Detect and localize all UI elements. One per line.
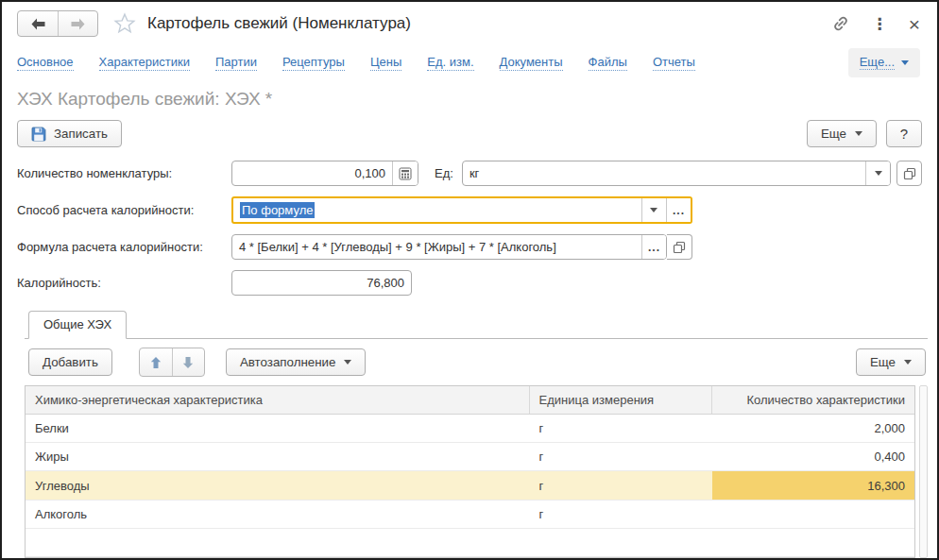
nav-link-characteristics[interactable]: Характеристики bbox=[99, 55, 190, 71]
chevron-down-icon bbox=[901, 60, 909, 65]
unit-dropdown-button[interactable] bbox=[865, 161, 890, 185]
favorite-star-icon[interactable] bbox=[113, 12, 136, 35]
selected-text: По формуле bbox=[240, 202, 315, 218]
table-more-button[interactable]: Еще bbox=[856, 348, 926, 376]
col-header-unit[interactable]: Единица измерения bbox=[530, 386, 713, 414]
table-row[interactable]: Белки г 2,000 bbox=[26, 415, 914, 443]
move-up-button[interactable] bbox=[140, 348, 172, 376]
formula-label: Формула расчета калорийности: bbox=[17, 240, 231, 254]
autofill-button[interactable]: Автозаполнение bbox=[226, 348, 367, 376]
col-header-quantity[interactable]: Количество характеристики bbox=[712, 386, 914, 414]
unit-label: Ед: bbox=[435, 166, 453, 180]
calculator-icon bbox=[399, 167, 412, 180]
add-row-button[interactable]: Добавить bbox=[28, 348, 112, 376]
unit-open-button[interactable] bbox=[896, 161, 922, 186]
history-nav bbox=[17, 10, 98, 37]
table-row-selected[interactable]: Углеводы г 16,300 bbox=[26, 471, 914, 500]
nav-link-recipes[interactable]: Рецептуры bbox=[282, 55, 345, 71]
unit-input[interactable]: кг bbox=[463, 161, 865, 185]
calories-row: Калорийность: 76,800 bbox=[17, 270, 922, 296]
chevron-down-icon bbox=[875, 171, 882, 176]
save-floppy-icon bbox=[31, 127, 46, 142]
move-down-button[interactable] bbox=[172, 348, 204, 376]
method-dropdown-button[interactable] bbox=[641, 198, 666, 222]
chevron-down-icon bbox=[855, 131, 862, 136]
cell-unit[interactable]: г bbox=[530, 501, 713, 528]
formula-choose-button[interactable]: ... bbox=[641, 235, 666, 259]
col-header-characteristic[interactable]: Химико-энергетическая характеристика bbox=[26, 386, 530, 414]
table-section: Добавить Автозаполнение bbox=[25, 339, 928, 558]
command-bar: Записать Еще ? bbox=[2, 111, 937, 155]
formula-field-group: 4 * [Белки] + 4 * [Углеводы] + 9 * [Жиры… bbox=[231, 234, 667, 260]
nav-link-batches[interactable]: Партии bbox=[215, 55, 257, 71]
table-header: Химико-энергетическая характеристика Еди… bbox=[26, 386, 914, 415]
cell-qty-active[interactable]: 16,300 bbox=[712, 471, 914, 499]
quantity-row: Количество номенклатуры: 0,100 Ед: bbox=[17, 161, 922, 186]
move-row-buttons bbox=[139, 348, 205, 377]
table-row[interactable]: Алкоголь г bbox=[26, 501, 914, 529]
cell-name[interactable]: Алкоголь bbox=[26, 501, 530, 528]
arrow-up-icon bbox=[149, 356, 162, 369]
cell-qty[interactable]: 0,400 bbox=[712, 443, 914, 470]
open-in-window-icon bbox=[903, 167, 916, 180]
back-button[interactable] bbox=[18, 11, 58, 36]
nav-more-button[interactable]: Еще... bbox=[848, 48, 920, 77]
cell-unit[interactable]: г bbox=[530, 443, 713, 470]
cell-name[interactable]: Углеводы bbox=[26, 471, 530, 499]
formula-input[interactable]: 4 * [Белки] + 4 * [Углеводы] + 9 * [Жиры… bbox=[232, 235, 641, 259]
nav-link-prices[interactable]: Цены bbox=[370, 55, 401, 71]
chevron-down-icon bbox=[650, 208, 657, 212]
method-row: Способ расчета калорийности: По формуле … bbox=[17, 196, 922, 224]
title-bar: Картофель свежий (Номенклатура) ⋮ × bbox=[2, 2, 937, 41]
cell-qty[interactable]: 2,000 bbox=[712, 415, 914, 442]
chevron-down-icon bbox=[344, 360, 351, 365]
arrow-down-icon bbox=[181, 356, 195, 369]
method-choose-button[interactable]: ... bbox=[666, 198, 691, 222]
back-arrow-icon bbox=[30, 18, 46, 30]
table-wrap: Химико-энергетическая характеристика Еди… bbox=[25, 385, 928, 558]
forward-arrow-icon bbox=[70, 18, 86, 30]
vertical-scrollbar[interactable] bbox=[919, 385, 928, 558]
calculator-button[interactable] bbox=[392, 161, 418, 185]
nav-link-main[interactable]: Основное bbox=[17, 55, 74, 71]
form: Количество номенклатуры: 0,100 Ед: bbox=[2, 155, 937, 306]
tab-general-hex[interactable]: Общие ХЭХ bbox=[28, 311, 127, 339]
commandbar-more-button[interactable]: Еще bbox=[807, 120, 877, 147]
calories-label: Калорийность: bbox=[17, 276, 231, 290]
more-menu-icon[interactable]: ⋮ bbox=[872, 16, 888, 32]
cell-name[interactable]: Жиры bbox=[26, 443, 530, 470]
method-label: Способ расчета калорийности: bbox=[17, 203, 231, 217]
cell-name[interactable]: Белки bbox=[26, 415, 530, 442]
nav-link-units[interactable]: Ед. изм. bbox=[427, 55, 473, 71]
method-combobox: По формуле ... bbox=[231, 196, 692, 224]
calories-input[interactable]: 76,800 bbox=[232, 271, 411, 295]
page-title: ХЭХ Картофель свежий: ХЭХ * bbox=[2, 83, 937, 111]
nav-link-documents[interactable]: Документы bbox=[500, 55, 563, 71]
cell-qty[interactable] bbox=[712, 501, 914, 528]
method-input[interactable]: По формуле bbox=[233, 198, 641, 222]
save-button[interactable]: Записать bbox=[17, 120, 122, 147]
quantity-input[interactable]: 0,100 bbox=[232, 161, 392, 185]
app-window: Картофель свежий (Номенклатура) ⋮ × Осно… bbox=[0, 0, 939, 560]
nav-link-reports[interactable]: Отчеты bbox=[653, 55, 695, 71]
cell-unit[interactable]: г bbox=[530, 471, 713, 499]
cell-unit[interactable]: г bbox=[530, 415, 713, 442]
nav-link-files[interactable]: Файлы bbox=[589, 55, 627, 71]
hex-table: Химико-энергетическая характеристика Еди… bbox=[25, 385, 915, 558]
tab-strip: Общие ХЭХ bbox=[25, 310, 928, 339]
window-title: Картофель свежий (Номенклатура) bbox=[147, 14, 411, 33]
help-button[interactable]: ? bbox=[886, 120, 922, 147]
table-toolbar: Добавить Автозаполнение bbox=[25, 339, 928, 385]
unit-field-group: кг bbox=[462, 161, 891, 186]
quantity-label: Количество номенклатуры: bbox=[17, 166, 231, 180]
section-nav: Основное Характеристики Партии Рецептуры… bbox=[2, 41, 937, 83]
formula-open-button[interactable] bbox=[667, 234, 692, 260]
chevron-down-icon bbox=[904, 360, 912, 365]
table-row-empty[interactable] bbox=[26, 529, 914, 557]
formula-row: Формула расчета калорийности: 4 * [Белки… bbox=[17, 234, 922, 260]
forward-button[interactable] bbox=[58, 11, 97, 36]
table-row[interactable]: Жиры г 0,400 bbox=[26, 443, 914, 471]
quantity-field-group: 0,100 bbox=[231, 161, 418, 186]
close-icon[interactable]: × bbox=[909, 14, 920, 34]
get-link-icon[interactable] bbox=[830, 13, 851, 34]
